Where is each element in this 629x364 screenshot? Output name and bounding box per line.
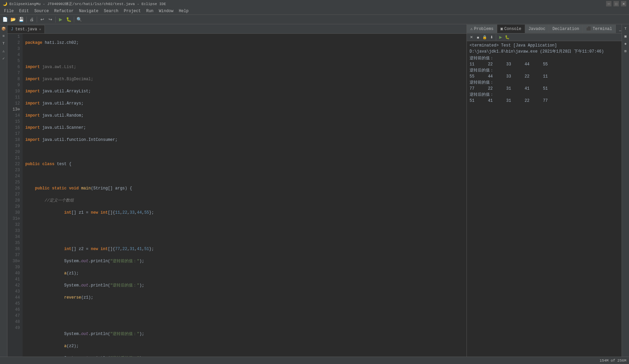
right-panel: ⚠ Problems ▣ Console Javadoc Declaration… [467,24,622,357]
console-line-1: 逆转前的值： [470,55,619,61]
toolbar-redo[interactable]: ↪ [47,16,54,23]
ln-49: 49 [10,325,20,331]
code-content[interactable]: package hati.lsz.ch02; import java.awt.L… [23,34,467,357]
console-icon: ▣ [501,26,503,31]
code-line-2 [25,52,464,58]
ln-24: 24 [10,173,20,179]
sidebar-outline[interactable]: ≡ [1,33,7,39]
menu-refactor[interactable]: Refactor [52,8,77,14]
console-run-btn[interactable]: ▶ [498,34,504,40]
console-line-5: 逆转前的值： [470,80,619,86]
toolbar: 📄 📂 💾 🖨 ↩ ↪ ▶ 🐛 🔍 [0,15,629,24]
val-22: 22 [525,73,529,80]
javadoc-label: Javadoc [529,27,545,31]
panel-scroll-content[interactable]: <terminated> Test [Java Application] D:\… [467,41,622,357]
toolbar-sep-1 [26,17,27,23]
val-31b: 31 [506,98,511,104]
menu-bar: File Edit Source Refactor Navigate Searc… [0,7,629,15]
menu-source[interactable]: Source [32,8,52,14]
panel-tab-declaration[interactable]: Declaration [549,25,583,33]
ln-46: 46 [10,307,20,313]
panel-toolbar: ✕ ■ 🔒 ⬇ ▶ 🐛 [467,34,622,41]
menu-navigate[interactable]: Navigate [76,8,101,14]
title-bar-left: 🌙 EclipseXiangMu - JT040902林正/src/hati/l… [3,1,166,6]
ln-10: 10 [10,88,20,94]
toolbar-save[interactable]: 💾 [18,16,25,23]
ln-44: 44 [10,295,20,301]
console-scroll-end-btn[interactable]: ⬇ [488,34,495,40]
code-line-3: import java.awt.List; [25,64,464,70]
val-55: 55 [543,61,548,67]
toolbar-open[interactable]: 📂 [9,16,17,23]
toolbar-search[interactable]: 🔍 [76,16,83,23]
code-line-23 [25,307,464,313]
ln-22: 22 [10,161,20,167]
code-line-25: System.out.println("逆转前的值："); [25,331,464,337]
console-clear-btn[interactable]: ✕ [468,34,474,40]
code-editor[interactable]: 1 2 3 4 5 6 7 8 9 10 11 12 13⊖ 14 15 16 … [7,34,467,357]
code-line-26: a(z2); [25,343,464,349]
toolbar-undo[interactable]: ↩ [38,16,46,23]
menu-run[interactable]: Run [144,8,156,14]
sidebar-type-hierarchy[interactable]: T [1,40,7,47]
right-sidebar-properties[interactable]: ⊞ [623,48,629,54]
menu-help[interactable]: Help [176,8,191,14]
console-line-7: 逆转后的值： [470,92,619,98]
ln-2: 2 [10,40,20,46]
code-line-12 [25,173,464,179]
ln-4: 4 [10,52,20,58]
panel-tab-javadoc[interactable]: Javadoc [525,25,549,33]
ln-28: 28 [10,198,20,204]
status-right: 154M of 256M [600,359,626,363]
app-icon: 🌙 [3,2,7,6]
panel-tab-problems[interactable]: ⚠ Problems [467,25,497,33]
toolbar-print[interactable]: 🖨 [28,16,35,23]
val-22c: 22 [525,98,529,104]
ln-38: 38⊖ [10,258,20,264]
editor-tab-test-java[interactable]: J test.java ✕ [7,25,45,33]
val-41: 41 [525,86,529,92]
status-bar: 154M of 256M [0,357,629,364]
sidebar-package-explorer[interactable]: 📦 [1,26,7,32]
ln-41: 41 [10,276,20,282]
toolbar-run[interactable]: ▶ [57,16,64,23]
problems-icon: ⚠ [470,26,473,31]
toolbar-new[interactable]: 📄 [1,16,9,23]
sidebar-tasks[interactable]: ✓ [1,55,7,61]
code-line-11: public class test { [25,161,464,167]
close-button[interactable]: ✕ [621,1,626,6]
maximize-button[interactable]: □ [613,1,619,6]
right-sidebar-tasks[interactable]: T [623,26,629,32]
right-sidebar-console[interactable]: ▣ [623,33,629,39]
code-line-14: //定义一个数组 [25,198,464,204]
code-line-9: import java.util.function.IntConsumer; [25,137,464,143]
menu-project[interactable]: Project [121,8,143,14]
panel-tab-console[interactable]: ▣ Console [497,25,525,33]
console-debug-btn[interactable]: 🐛 [504,34,510,40]
tab-close-button[interactable]: ✕ [39,27,41,31]
sidebar-problems[interactable]: ⚠ [1,48,7,54]
ln-6: 6 [10,64,20,70]
panel-toolbar-sep [496,34,496,40]
ln-47: 47 [10,313,20,319]
menu-edit[interactable]: Edit [17,8,32,14]
code-line-21: System.out.println("逆转后的值："); [25,282,464,289]
menu-file[interactable]: File [1,8,17,14]
ln-14: 14 [10,113,20,119]
right-sidebar-markers[interactable]: ◈ [623,40,629,47]
ln-9: 9 [10,82,20,88]
panel-tab-terminal[interactable]: ⬛ Terminal [583,25,616,33]
menu-window[interactable]: Window [156,8,176,14]
code-line-4: import java.math.BigDecimal; [25,76,464,82]
toolbar-debug[interactable]: 🐛 [65,16,72,23]
console-line-4: 55 44 33 22 11 [470,73,619,80]
toolbar-sep-3 [55,17,56,23]
terminal-label: Terminal [593,27,612,31]
val-44: 44 [488,73,492,80]
minimize-button[interactable]: ─ [606,1,611,6]
console-terminate-btn[interactable]: ■ [475,34,481,40]
console-scroll-lock-btn[interactable]: 🔒 [482,34,488,40]
ln-23: 23 [10,167,20,173]
menu-search[interactable]: Search [101,8,121,14]
ln-36: 36 [10,246,20,252]
